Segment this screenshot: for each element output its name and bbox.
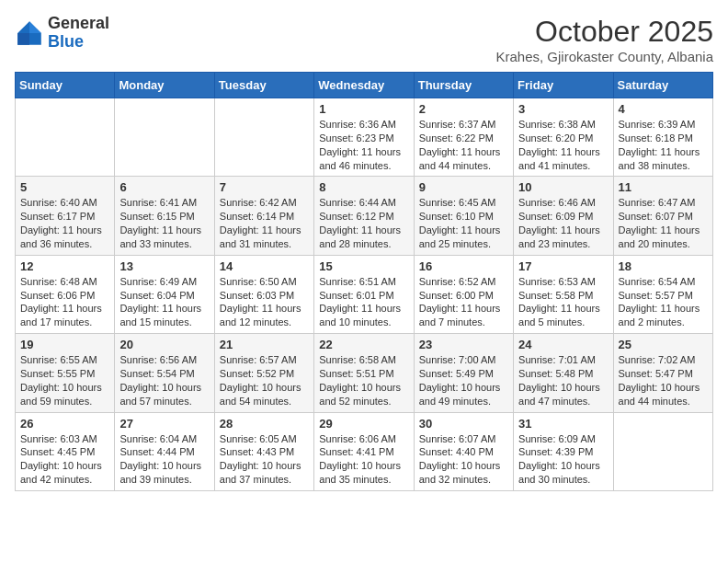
day-info: Sunset: 6:22 PM (419, 132, 508, 145)
day-number: 22 (319, 338, 408, 351)
day-info: Daylight: 10 hours (518, 381, 608, 395)
day-number: 14 (220, 259, 309, 273)
day-number: 27 (119, 417, 209, 431)
day-info: and 15 minutes. (119, 316, 209, 329)
day-info: Sunset: 4:41 PM (319, 445, 408, 459)
day-info: Sunrise: 6:05 AM (220, 432, 309, 446)
calendar-day-cell: 2Sunrise: 6:37 AMSunset: 6:22 PMDaylight… (414, 98, 513, 177)
day-info: Daylight: 10 hours (220, 459, 309, 473)
calendar-day-cell: 19Sunrise: 6:55 AMSunset: 5:55 PMDayligh… (16, 334, 115, 412)
day-info: and 37 minutes. (220, 473, 309, 487)
day-number: 5 (20, 180, 109, 194)
calendar-day-cell: 31Sunrise: 6:09 AMSunset: 4:39 PMDayligh… (514, 412, 613, 490)
day-info: Sunrise: 6:40 AM (20, 196, 109, 210)
day-info: Sunrise: 6:36 AM (319, 118, 408, 132)
weekday-header: Thursday (414, 73, 513, 98)
day-info: and 31 minutes. (220, 237, 309, 251)
day-info: and 39 minutes. (119, 473, 209, 487)
day-info: Sunset: 5:51 PM (319, 367, 408, 381)
day-info: Sunset: 6:10 PM (419, 210, 508, 224)
calendar-day-cell: 3Sunrise: 6:38 AMSunset: 6:20 PMDaylight… (514, 98, 613, 177)
logo: General Blue (15, 15, 109, 52)
svg-marker-1 (29, 21, 41, 33)
day-info: Sunset: 6:23 PM (319, 132, 408, 145)
day-info: Daylight: 11 hours (419, 145, 508, 159)
calendar-week-row: 12Sunrise: 6:48 AMSunset: 6:06 PMDayligh… (16, 255, 713, 333)
day-info: Daylight: 11 hours (319, 224, 408, 237)
day-info: Daylight: 11 hours (220, 224, 309, 237)
day-number: 30 (419, 417, 508, 431)
calendar-day-cell: 4Sunrise: 6:39 AMSunset: 6:18 PMDaylight… (613, 98, 712, 177)
day-info: Daylight: 10 hours (119, 381, 209, 395)
day-info: Daylight: 11 hours (518, 145, 608, 159)
day-info: Sunset: 4:44 PM (119, 445, 209, 459)
weekday-header: Saturday (613, 73, 712, 98)
day-info: Sunrise: 6:37 AM (419, 118, 508, 132)
day-info: Sunset: 6:07 PM (619, 210, 708, 224)
day-info: and 42 minutes. (20, 473, 109, 487)
day-number: 9 (419, 180, 508, 194)
day-info: Sunrise: 6:03 AM (20, 432, 109, 446)
day-info: Sunset: 6:09 PM (518, 210, 608, 224)
calendar-table: SundayMondayTuesdayWednesdayThursdayFrid… (15, 72, 713, 491)
day-info: Daylight: 10 hours (119, 459, 209, 473)
day-number: 23 (419, 338, 508, 351)
day-info: Sunset: 6:18 PM (619, 132, 708, 145)
day-info: and 12 minutes. (220, 316, 309, 329)
day-info: Sunrise: 6:58 AM (319, 353, 408, 367)
day-info: Sunset: 4:45 PM (20, 445, 109, 459)
calendar-day-cell: 29Sunrise: 6:06 AMSunset: 4:41 PMDayligh… (314, 412, 414, 490)
day-info: and 46 minutes. (319, 159, 408, 173)
calendar-day-cell: 30Sunrise: 6:07 AMSunset: 4:40 PMDayligh… (414, 412, 513, 490)
day-info: Daylight: 11 hours (518, 302, 608, 316)
calendar-week-row: 1Sunrise: 6:36 AMSunset: 6:23 PMDaylight… (16, 98, 713, 177)
weekday-header: Tuesday (214, 73, 313, 98)
day-info: Sunset: 4:40 PM (419, 445, 508, 459)
day-info: Sunset: 5:47 PM (619, 367, 708, 381)
day-info: Sunset: 6:14 PM (220, 210, 309, 224)
day-info: Sunrise: 6:07 AM (419, 432, 508, 446)
calendar-day-cell: 20Sunrise: 6:56 AMSunset: 5:54 PMDayligh… (115, 334, 214, 412)
day-info: Sunrise: 6:55 AM (20, 353, 109, 367)
weekday-header: Friday (514, 73, 613, 98)
day-info: Sunset: 5:48 PM (518, 367, 608, 381)
day-info: Daylight: 10 hours (220, 381, 309, 395)
day-info: Daylight: 11 hours (518, 224, 608, 237)
day-info: Daylight: 11 hours (619, 145, 708, 159)
calendar-day-cell: 8Sunrise: 6:44 AMSunset: 6:12 PMDaylight… (314, 177, 414, 255)
calendar-day-cell (613, 412, 712, 490)
day-info: Sunset: 5:55 PM (20, 367, 109, 381)
weekday-header-row: SundayMondayTuesdayWednesdayThursdayFrid… (16, 73, 713, 98)
calendar-day-cell: 26Sunrise: 6:03 AMSunset: 4:45 PMDayligh… (16, 412, 115, 490)
logo-icon (15, 18, 44, 48)
svg-marker-2 (17, 33, 29, 45)
day-info: Sunset: 6:06 PM (20, 289, 109, 303)
calendar-week-row: 5Sunrise: 6:40 AMSunset: 6:17 PMDaylight… (16, 177, 713, 255)
day-number: 7 (220, 180, 309, 194)
calendar-day-cell: 22Sunrise: 6:58 AMSunset: 5:51 PMDayligh… (314, 334, 414, 412)
day-info: Sunrise: 6:51 AM (319, 275, 408, 289)
day-info: Sunrise: 6:53 AM (518, 275, 608, 289)
day-info: Sunrise: 6:56 AM (119, 353, 209, 367)
day-info: Sunset: 5:54 PM (119, 367, 209, 381)
weekday-header: Wednesday (314, 73, 414, 98)
day-info: Sunrise: 6:04 AM (119, 432, 209, 446)
calendar-day-cell: 24Sunrise: 7:01 AMSunset: 5:48 PMDayligh… (514, 334, 613, 412)
day-info: Sunrise: 6:44 AM (319, 196, 408, 210)
title-block: October 2025 Krahes, Gjirokaster County,… (495, 15, 713, 64)
day-number: 3 (518, 102, 608, 116)
day-info: Sunrise: 6:09 AM (518, 432, 608, 446)
day-info: Sunrise: 6:06 AM (319, 432, 408, 446)
logo-general: General (48, 14, 109, 32)
weekday-header: Monday (115, 73, 214, 98)
day-info: Sunset: 6:20 PM (518, 132, 608, 145)
day-number: 12 (20, 259, 109, 273)
calendar-day-cell: 14Sunrise: 6:50 AMSunset: 6:03 PMDayligh… (214, 255, 313, 333)
day-info: Sunset: 6:12 PM (319, 210, 408, 224)
calendar-week-row: 26Sunrise: 6:03 AMSunset: 4:45 PMDayligh… (16, 412, 713, 490)
day-info: Daylight: 11 hours (419, 224, 508, 237)
day-number: 10 (518, 180, 608, 194)
day-info: Daylight: 11 hours (319, 302, 408, 316)
calendar-day-cell: 6Sunrise: 6:41 AMSunset: 6:15 PMDaylight… (115, 177, 214, 255)
day-info: and 47 minutes. (518, 395, 608, 408)
